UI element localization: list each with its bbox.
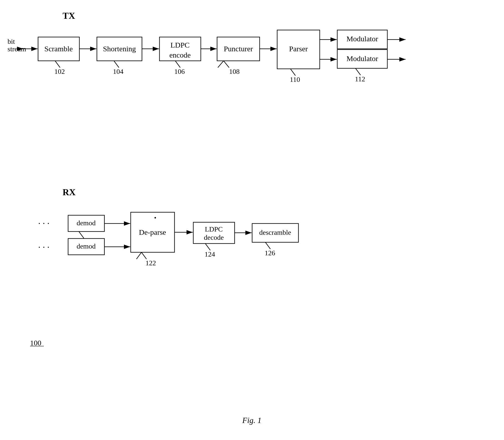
shortening-diag — [114, 61, 119, 68]
mod-number: 112 — [355, 75, 365, 83]
puncturer-diag1 — [218, 61, 224, 68]
puncturer-diag2 — [224, 61, 229, 68]
main-diagram: TX bit stream Scramble 102 Shortening 10… — [0, 0, 504, 440]
modulator1-label: Modulator — [347, 35, 378, 43]
ldpc-encode-label1: LDPC — [171, 41, 190, 49]
shortening-label: Shortening — [103, 45, 136, 53]
mod-diag — [356, 68, 361, 75]
puncturer-number: 108 — [229, 68, 240, 75]
shortening-number: 104 — [113, 68, 123, 75]
bit-stream-label: bit — [8, 38, 15, 45]
ldpc-decode-label2: decode — [204, 234, 224, 241]
ldpc-encode-label2: encode — [170, 51, 191, 59]
rx-label: RX — [63, 187, 76, 197]
figure-100-label: 100 — [30, 339, 41, 347]
deparse-number: 122 — [145, 259, 156, 267]
deparse-diag1 — [136, 252, 141, 259]
demod2-label: demod — [77, 242, 96, 250]
parser-number: 110 — [290, 76, 300, 83]
parser-diag — [290, 69, 295, 76]
diagram-container: TX bit stream Scramble 102 Shortening 10… — [0, 0, 504, 440]
deparse-label: De-parse — [139, 228, 166, 236]
descramble-number: 126 — [265, 249, 275, 257]
descramble-label: descramble — [259, 229, 291, 236]
modulator2-label: Modulator — [347, 54, 378, 63]
ldpc-decode-number: 124 — [205, 250, 215, 258]
demod1-label: demod — [77, 219, 96, 227]
tx-label: TX — [63, 11, 75, 21]
scramble-number: 102 — [54, 68, 65, 75]
rx-dots-top: . . . — [38, 216, 50, 226]
demod1-diag — [79, 232, 84, 238]
figure-caption: Fig. 1 — [242, 416, 261, 425]
descramble-diag — [265, 242, 270, 249]
ldpc-decode-label1: LDPC — [205, 225, 223, 233]
puncturer-label: Puncturer — [224, 45, 253, 53]
deparse-diag2 — [141, 252, 146, 259]
scramble-diag — [55, 61, 60, 68]
ldpc-decode-diag — [205, 244, 210, 250]
rx-dots-bottom: . . . — [38, 240, 50, 250]
parser-label: Parser — [289, 45, 308, 53]
deparse-dot — [154, 217, 156, 218]
ldpc-encode-diag — [175, 61, 180, 68]
scramble-label: Scramble — [44, 45, 73, 53]
ldpc-encode-number: 106 — [174, 68, 185, 75]
